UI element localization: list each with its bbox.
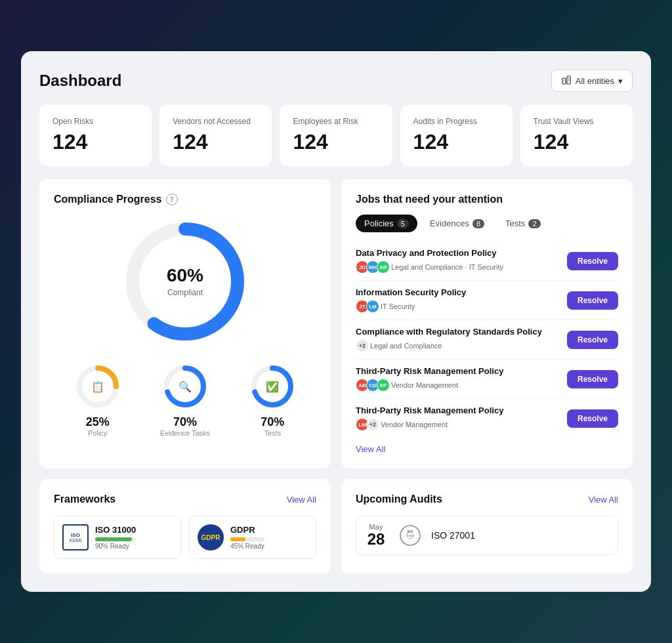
job-item-4: Third-Party Risk Management Policy LM+2 … xyxy=(356,399,618,438)
framework-name-1: GDPR xyxy=(230,525,264,535)
audit-date-0: May 28 xyxy=(363,523,389,548)
audits-list: May 28 ISO 27001 ISO 27001 xyxy=(356,516,618,555)
main-grid: Compliance Progress ? 60% Compliant xyxy=(39,179,633,468)
stats-row: Open Risks 124 Vendors not Accessed 124 … xyxy=(39,105,633,166)
mini-label-2: Tests xyxy=(229,429,316,437)
frameworks-title: Frameworks xyxy=(54,493,116,505)
job-info-1: Information Security Policy JTLM IT Secu… xyxy=(356,287,567,313)
job-info-2: Compliance with Regulatory Standards Pol… xyxy=(356,327,567,352)
job-meta-0: JDMKAR Legal and Compliance · IT Securit… xyxy=(356,260,567,274)
frameworks-header: Frameworks View All xyxy=(54,493,316,505)
gdpr-logo: GDPR xyxy=(198,524,224,550)
job-dept-3: Vendor Management xyxy=(391,381,458,389)
avatars-1: JTLM xyxy=(356,300,377,313)
audit-day-0: 28 xyxy=(363,531,389,548)
iso-logo: ISO 31000 xyxy=(62,524,89,550)
mini-stat-2: ✅ 70% Tests xyxy=(229,363,316,437)
avatar-0-2: AR xyxy=(377,260,390,274)
plus-count-2: +2 xyxy=(356,339,369,352)
framework-name-0: ISO 31000 xyxy=(95,525,136,535)
job-tab-policies[interactable]: Policies5 xyxy=(356,215,417,232)
job-name-1: Information Security Policy xyxy=(356,287,567,297)
stat-label-3: Audits in Progress xyxy=(413,117,499,126)
avatars-0: JDMKAR xyxy=(356,260,387,274)
framework-details-0: ISO 31000 90% Ready xyxy=(95,525,136,550)
tab-label: Policies xyxy=(364,218,394,228)
stat-card-3: Audits in Progress 124 xyxy=(400,105,513,166)
mini-percent-0: 25% xyxy=(54,415,141,429)
mini-label-0: Policy xyxy=(54,429,141,437)
dashboard-container: Dashboard All entities ▾ Open Risks 124 … xyxy=(21,51,651,592)
stat-label-0: Open Risks xyxy=(52,117,138,126)
audits-header: Upcoming Audits View All xyxy=(356,493,618,505)
mini-icon-2: ✅ xyxy=(266,381,279,393)
donut-center: 60% Compliant xyxy=(167,265,203,298)
stat-value-3: 124 xyxy=(413,130,499,154)
plus-count-4: +2 xyxy=(366,418,379,431)
job-name-2: Compliance with Regulatory Standards Pol… xyxy=(356,327,567,337)
tab-badge-0: 5 xyxy=(397,219,409,228)
audits-title: Upcoming Audits xyxy=(356,493,442,505)
framework-item-1: GDPR GDPR 45% Ready xyxy=(189,516,316,559)
job-meta-1: JTLM IT Security xyxy=(356,300,567,313)
stat-value-2: 124 xyxy=(293,130,379,154)
jobs-card: Jobs that need your attention Policies5E… xyxy=(341,179,633,468)
job-name-0: Data Privacy and Protection Policy xyxy=(356,248,567,258)
avatar-3-2: EF xyxy=(377,379,390,392)
frameworks-view-all[interactable]: View All xyxy=(287,495,316,505)
job-item-3: Third-Party Risk Management Policy ABCDE… xyxy=(356,360,618,399)
resolve-btn-1[interactable]: Resolve xyxy=(567,291,618,310)
job-meta-4: LM+2 Vendor Management xyxy=(356,418,567,431)
tab-label: Tests xyxy=(505,218,525,228)
mini-icon-0: 📋 xyxy=(91,381,104,393)
framework-details-1: GDPR 45% Ready xyxy=(230,525,264,550)
resolve-btn-4[interactable]: Resolve xyxy=(567,409,618,428)
job-tab-tests[interactable]: Tests2 xyxy=(497,215,549,232)
frameworks-row: ISO 31000 ISO 31000 90% Ready GDPR GDPR … xyxy=(54,516,316,559)
progress-bar-fill-1 xyxy=(230,537,245,541)
avatar-1-1: LM xyxy=(366,300,379,313)
mini-stats: 📋 25% Policy 🔍 70% Evidence Tasks ✅ 70% … xyxy=(54,363,316,437)
stat-value-4: 124 xyxy=(534,130,620,154)
tab-badge-1: 8 xyxy=(472,219,484,228)
audit-item-0: May 28 ISO 27001 ISO 27001 xyxy=(356,516,618,555)
entities-label: All entities xyxy=(576,76,614,86)
audits-view-all[interactable]: View All xyxy=(589,495,618,505)
frameworks-card: Frameworks View All ISO 31000 ISO 31000 … xyxy=(39,479,331,573)
stat-label-1: Vendors not Accessed xyxy=(173,117,259,126)
framework-item-0: ISO 31000 ISO 31000 90% Ready xyxy=(54,516,181,559)
stat-card-1: Vendors not Accessed 124 xyxy=(159,105,272,166)
compliance-card: Compliance Progress ? 60% Compliant xyxy=(39,179,331,468)
resolve-btn-0[interactable]: Resolve xyxy=(567,252,618,270)
job-tab-evidences[interactable]: Evidences8 xyxy=(421,215,493,232)
job-item-2: Compliance with Regulatory Standards Pol… xyxy=(356,320,618,360)
resolve-btn-2[interactable]: Resolve xyxy=(567,331,618,349)
avatars-4: LM+2 xyxy=(356,418,377,431)
job-info-0: Data Privacy and Protection Policy JDMKA… xyxy=(356,248,567,274)
page-title: Dashboard xyxy=(39,72,121,90)
stat-card-0: Open Risks 124 xyxy=(39,105,152,166)
job-dept-2: Legal and Compliance xyxy=(370,342,442,350)
jobs-view-all[interactable]: View All xyxy=(356,444,618,454)
bottom-grid: Frameworks View All ISO 31000 ISO 31000 … xyxy=(39,479,633,573)
tab-label: Evidences xyxy=(430,218,469,228)
mini-donut-wrap-1: 🔍 xyxy=(161,363,209,410)
jobs-list: Data Privacy and Protection Policy JDMKA… xyxy=(356,241,618,438)
entities-button[interactable]: All entities ▾ xyxy=(551,70,633,92)
progress-bar-fill-0 xyxy=(95,537,132,541)
mini-icon-1: 🔍 xyxy=(178,381,192,393)
stat-value-1: 124 xyxy=(173,130,259,154)
stat-label-2: Employees at Risk xyxy=(293,117,379,126)
mini-donut-wrap-2: ✅ xyxy=(249,363,296,410)
compliance-title: Compliance Progress ? xyxy=(54,194,316,205)
resolve-btn-3[interactable]: Resolve xyxy=(567,370,618,388)
jobs-tabs: Policies5Evidences8Tests2 xyxy=(356,215,618,232)
avatars-3: ABCDEF xyxy=(356,379,387,392)
building-icon xyxy=(561,75,572,86)
main-donut-wrapper: 60% Compliant xyxy=(119,216,251,347)
mini-donut-wrap-0: 📋 xyxy=(74,363,121,410)
help-icon[interactable]: ? xyxy=(166,194,178,205)
stat-card-2: Employees at Risk 124 xyxy=(280,105,392,166)
job-item-1: Information Security Policy JTLM IT Secu… xyxy=(356,281,618,320)
jobs-title: Jobs that need your attention xyxy=(356,194,618,205)
